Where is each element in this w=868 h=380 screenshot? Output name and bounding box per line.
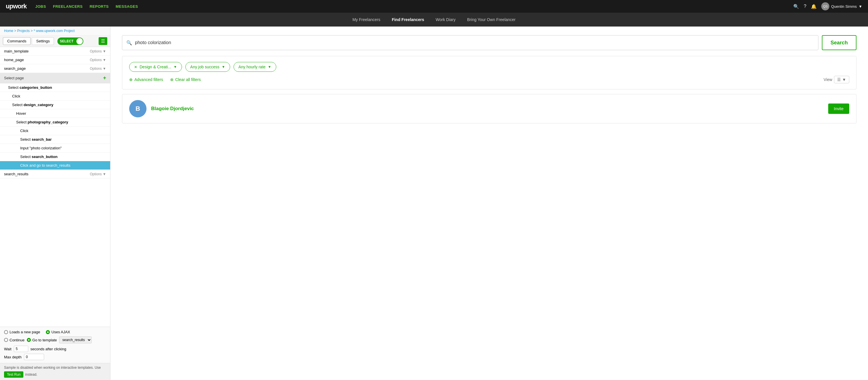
tab-commands[interactable]: Commands [3,37,31,45]
maxdepth-input[interactable] [24,354,44,360]
search-input-wrap: 🔍 [122,35,818,50]
chevron-down-icon: ▼ [174,65,177,69]
item-label: Click and go to search_results [20,163,70,167]
wait-input[interactable] [14,346,28,352]
filters-card: ✕ Design & Creati... ▼ Any job success ▼… [122,56,857,89]
tree-item-select-categories[interactable]: Select categories_button [0,83,110,92]
user-menu[interactable]: QS Quentin Simms ▼ [821,2,862,10]
question-icon[interactable]: ? [804,4,806,9]
add-button[interactable]: + [103,75,106,81]
select-toggle[interactable]: SELECT [57,37,83,45]
tree-item-click2[interactable]: Click [0,127,110,135]
subnav-my-freelancers[interactable]: My Freelancers [352,17,380,22]
breadcrumb-home[interactable]: Home [4,29,13,33]
breadcrumb-sep2: > [31,29,33,33]
tree-item-input-photo[interactable]: Input "photo colorization" [0,144,110,153]
chevron-down-icon: ▼ [222,65,225,69]
item-label: Select design_category [12,103,53,107]
options-search-page[interactable]: Options ▼ [90,67,106,71]
template-select[interactable]: search_results [59,337,92,343]
radio-goto-template[interactable]: Go to template [27,338,57,342]
top-nav: upwork JOBS FREELANCERS REPORTS MESSAGES… [0,0,868,13]
radio-continue[interactable]: Continue [4,338,25,342]
bold-label: search_bar [32,137,52,141]
radio-label-loads: Loads a new page [9,330,40,334]
item-label: Select categories_button [8,85,52,90]
user-name: Quentin Simms [831,4,857,9]
options-main-template[interactable]: Options ▼ [90,49,106,53]
invite-button[interactable]: Invite [828,103,849,114]
search-icon[interactable]: 🔍 [793,4,799,9]
category-filter[interactable]: ✕ Design & Creati... ▼ [129,62,182,72]
view-toggle[interactable]: ☰ ▼ [834,76,849,83]
tree-item-search-page[interactable]: search_page Options ▼ [0,64,110,73]
nav-reports[interactable]: REPORTS [90,4,109,9]
panel-tabs: Commands Settings SELECT ☰ [0,35,110,47]
section-select-page[interactable]: Select page + [0,73,110,83]
tree-item-select-photography[interactable]: Select photography_category [0,118,110,127]
tree-item-search-results[interactable]: search_results Options ▼ [0,170,110,179]
circle-plus-icon: ⊕ [129,77,133,82]
bell-icon[interactable]: 🔔 [811,4,817,9]
tree-item-click1[interactable]: Click [0,92,110,101]
job-success-label: Any job success [190,65,219,69]
tree-item-select-search-bar[interactable]: Select search_bar [0,135,110,144]
bold-label: design_category [24,103,53,107]
goto-row: Continue Go to template search_results [4,337,106,343]
test-run-button[interactable]: Test Run [4,371,23,378]
sample-text-after: instead. [25,373,37,377]
tree-item-click-and-go[interactable]: Click and go to search_results [0,161,110,170]
tree-item-home-page[interactable]: home_page Options ▼ [0,56,110,64]
radio-loads-new-page[interactable]: Loads a new page [4,330,40,334]
tree-item-select-design[interactable]: Select design_category [0,101,110,109]
clear-filters-link[interactable]: ⊗ Clear all filters [170,77,201,82]
item-label: search_page [4,66,26,71]
circle-x-icon: ⊗ [170,77,174,82]
nav-freelancers[interactable]: FREELANCERS [53,4,83,9]
radio-circle-continue [4,338,8,342]
tree-item-main-template[interactable]: main_template Options ▼ [0,47,110,56]
bold-label: search_button [32,155,58,159]
item-label: Input "photo colorization" [20,146,62,150]
hourly-rate-label: Any hourly rate [239,65,266,69]
wait-label: Wait [4,347,11,351]
tree-item-select-search-btn[interactable]: Select search_button [0,153,110,161]
subnav-work-diary[interactable]: Work Diary [436,17,456,22]
search-input[interactable] [135,40,814,45]
options-search-results[interactable]: Options ▼ [90,172,106,176]
menu-button[interactable]: ☰ [99,37,107,45]
logo-up: up [6,3,13,10]
x-icon: ✕ [134,65,137,69]
item-label: search_results [4,172,29,176]
search-button[interactable]: Search [822,35,857,50]
command-tree: main_template Options ▼ home_page Option… [0,47,110,327]
chevron-down-icon: ▼ [268,65,271,69]
breadcrumb-projects[interactable]: Projects [17,29,30,33]
tree-item-hover[interactable]: Hover [0,109,110,118]
subnav-find-freelancers[interactable]: Find Freelancers [392,17,424,22]
nav-messages[interactable]: MESSAGES [116,4,138,9]
top-nav-links: JOBS FREELANCERS REPORTS MESSAGES [35,4,785,9]
advanced-filters-label: Advanced filters [134,77,163,82]
breadcrumb: Home > Projects > * www.upwork.com Proje… [0,27,110,35]
advanced-filters-link[interactable]: ⊕ Advanced filters [129,77,163,82]
radio-circle-goto [27,338,31,342]
item-label: main_template [4,49,29,53]
subnav-bring-own[interactable]: Bring Your Own Freelancer [467,17,516,22]
sample-text: Sample is disabled when working on inter… [4,366,101,370]
item-label: Hover [16,111,26,116]
radio-uses-ajax[interactable]: Uses AJAX [46,330,70,334]
result-name: Blagoie Djordjevic [151,106,194,112]
left-panel: Home > Projects > * www.upwork.com Proje… [0,27,111,380]
item-label: home_page [4,58,24,62]
radio-circle-loads [4,330,8,334]
sample-banner: Sample is disabled when working on inter… [0,363,110,380]
bold-label: photography_category [28,120,68,124]
job-success-filter[interactable]: Any job success ▼ [185,62,230,72]
options-home-page[interactable]: Options ▼ [90,58,106,62]
nav-jobs[interactable]: JOBS [35,4,46,9]
item-label: Select search_bar [20,137,52,141]
hourly-rate-filter[interactable]: Any hourly rate ▼ [234,62,276,72]
section-label: Select page [4,76,24,80]
tab-settings[interactable]: Settings [32,37,54,45]
